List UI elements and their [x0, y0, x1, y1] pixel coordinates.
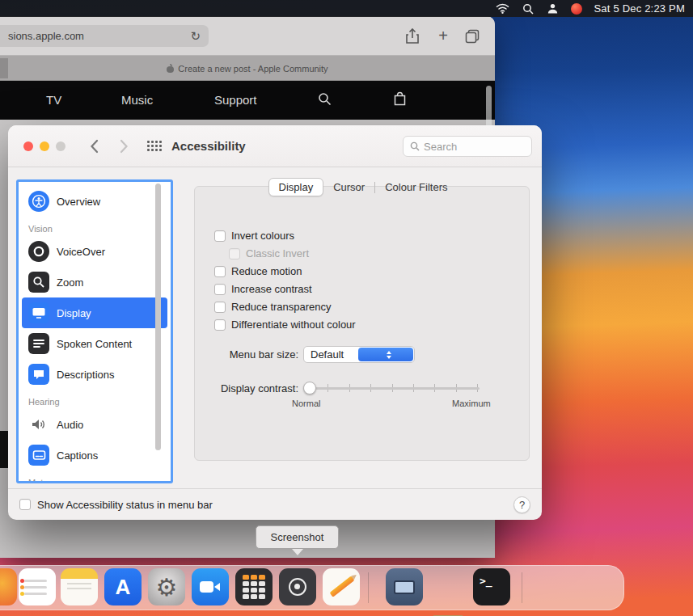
new-tab-icon[interactable]: + [433, 26, 453, 45]
checkbox-box[interactable] [214, 319, 226, 331]
prefs-search-input[interactable]: Search [403, 136, 532, 157]
spotlight-icon[interactable] [521, 2, 535, 15]
back-icon[interactable] [87, 136, 101, 157]
tab-title: Create a new post - Apple Community [178, 64, 327, 74]
slider-max-label: Maximum [452, 399, 491, 408]
menu-bar-size-popup[interactable]: Default [303, 346, 415, 363]
facetime-icon[interactable] [192, 568, 229, 605]
shopping-bag-icon[interactable] [394, 91, 406, 106]
spoken-content-icon [28, 333, 49, 354]
reload-icon[interactable]: ↻ [190, 29, 209, 44]
tab-bar: Display Cursor Colour Filters [195, 178, 530, 196]
popup-stepper-icon [358, 348, 412, 361]
safari-tab[interactable]: Create a new post - Apple Community [126, 58, 369, 78]
wifi-icon[interactable] [496, 2, 509, 15]
menu-bar-clock[interactable]: Sat 5 Dec 2:23 PM [594, 2, 685, 15]
sidebar-item-overview[interactable]: Overview [22, 186, 167, 217]
desktop: sions.apple.com ↻ + Create a new post - … [0, 0, 693, 616]
voiceover-icon [28, 241, 49, 262]
footer-checkbox-label: Show Accessibility status in menu bar [37, 499, 507, 511]
tab-display[interactable]: Display [268, 178, 324, 196]
window-title: Accessibility [171, 139, 246, 153]
checkbox-classic-invert: Classic Invert [229, 247, 309, 259]
slider-min-label: Normal [292, 399, 320, 408]
popup-value: Default [304, 348, 358, 361]
markup-app-icon[interactable] [323, 568, 360, 605]
nav-item-music[interactable]: Music [121, 93, 153, 107]
apple-site-navbar: TV Music Support [0, 81, 495, 120]
slider-track[interactable] [303, 387, 480, 390]
sidebar: Overview Vision VoiceOver Zoom [16, 179, 173, 483]
sidebar-section-hearing: Hearing [19, 390, 171, 409]
checkbox-box[interactable] [214, 230, 226, 242]
accessibility-window: Accessibility Search Overview Vision [8, 125, 542, 520]
display-contrast-label: Display contrast: [201, 382, 298, 394]
terminal-icon[interactable]: >_ [473, 568, 510, 605]
display-contrast-slider[interactable] [303, 381, 480, 395]
tab-overview-icon[interactable] [463, 27, 482, 46]
checkbox-reduce-motion[interactable]: Reduce motion [214, 265, 302, 277]
checkbox-box[interactable] [214, 302, 226, 313]
checkbox-show-accessibility-status[interactable] [19, 499, 31, 510]
sidebar-item-zoom[interactable]: Zoom [22, 267, 167, 297]
zoom-button [56, 141, 65, 151]
notes-icon[interactable] [61, 568, 98, 605]
audio-icon [28, 414, 49, 435]
sidebar-item-captions[interactable]: Captions [22, 440, 167, 470]
forward-icon [116, 136, 131, 157]
show-all-grid-icon[interactable] [147, 141, 162, 151]
community-app-icon[interactable] [571, 3, 582, 15]
captions-icon [28, 445, 49, 466]
descriptions-icon [28, 364, 49, 385]
checkbox-box[interactable] [214, 266, 226, 277]
sidebar-item-voiceover[interactable]: VoiceOver [22, 236, 167, 267]
tab-colour-filters[interactable]: Colour Filters [375, 179, 457, 196]
tab-cursor[interactable]: Cursor [323, 179, 374, 196]
sidebar-item-display[interactable]: Display [22, 297, 167, 328]
checkbox-box[interactable] [214, 284, 226, 295]
display-settings-pane: Display Cursor Colour Filters Invert col… [194, 186, 530, 461]
display-icon [28, 302, 49, 323]
calculator-icon[interactable] [235, 568, 273, 605]
safari-toolbar: sions.apple.com ↻ + [0, 16, 495, 56]
search-placeholder: Search [424, 141, 457, 153]
apple-favicon [167, 65, 174, 73]
checkbox-box [229, 248, 240, 259]
cut-app-icon[interactable] [0, 568, 17, 605]
reminders-icon[interactable] [19, 568, 56, 605]
sidebar-section-vision: Vision [19, 217, 171, 236]
sidebar-item-spoken-content[interactable]: Spoken Content [22, 328, 167, 359]
minimize-button[interactable] [40, 141, 49, 151]
menu-bar: Sat 5 Dec 2:23 PM [0, 0, 693, 17]
slider-knob[interactable] [303, 382, 316, 394]
window-titlebar[interactable]: Accessibility Search [8, 125, 542, 167]
screenshot-tooltip: Screenshot [256, 525, 339, 549]
help-button[interactable]: ? [513, 496, 530, 513]
checkbox-increase-contrast[interactable]: Increase contrast [214, 283, 312, 295]
sidebar-item-descriptions[interactable]: Descriptions [22, 359, 167, 390]
address-bar[interactable]: sions.apple.com ↻ [0, 25, 209, 47]
nav-item-support[interactable]: Support [214, 93, 257, 107]
checkbox-reduce-transparency[interactable]: Reduce transparency [214, 301, 332, 313]
window-footer: Show Accessibility status in menu bar ? [8, 488, 542, 520]
close-button[interactable] [23, 141, 33, 151]
menu-bar-size-label: Menu bar size: [206, 348, 298, 361]
app-store-icon[interactable]: A [104, 568, 142, 605]
adjacent-tab-edge [0, 58, 8, 78]
user-icon[interactable] [546, 2, 560, 15]
displays-app-icon[interactable] [386, 568, 423, 605]
page-content-fragment [0, 431, 8, 468]
sidebar-item-audio[interactable]: Audio [22, 409, 167, 440]
system-preferences-icon[interactable]: ⚙ [148, 568, 185, 605]
nav-item-tv[interactable]: TV [46, 93, 61, 107]
checkbox-differentiate-without-colour[interactable]: Differentiate without colour [214, 319, 356, 331]
accessibility-overview-icon [28, 191, 49, 212]
screenshot-app-icon[interactable] [279, 568, 316, 605]
checkbox-invert-colours[interactable]: Invert colours [214, 230, 294, 242]
folder-stack-icon[interactable] [429, 605, 467, 616]
share-icon[interactable] [403, 27, 422, 46]
dock-separator [368, 572, 369, 603]
sidebar-scrollbar[interactable] [155, 184, 161, 450]
dock-separator [522, 572, 522, 603]
site-search-icon[interactable] [318, 92, 332, 106]
